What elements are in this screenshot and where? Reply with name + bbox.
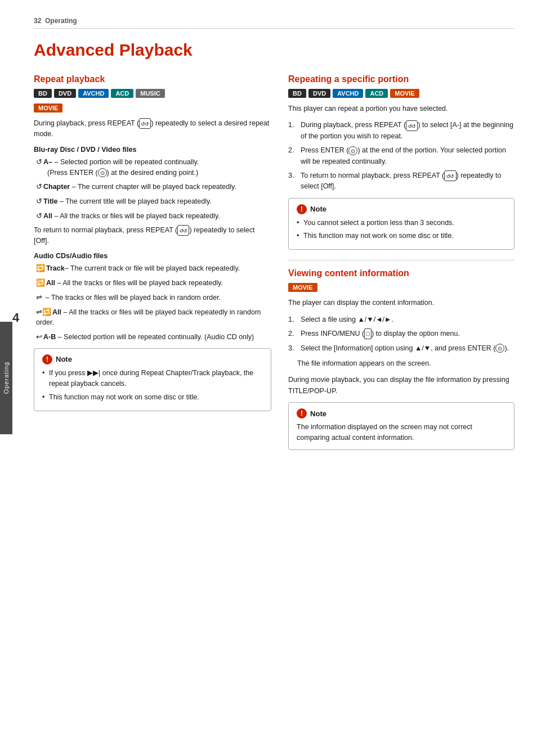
note-bullet-rep-1: You cannot select a portion less than 3 … [297,218,506,228]
subheading-audio: Audio CDs/Audio files [34,252,271,260]
note-body-viewing: The information displayed on the screen … [297,422,506,444]
step-3-repeat: 3. To return to normal playback, press R… [288,170,514,192]
note-icon-viewing: ! [297,408,307,418]
movie-playback-text: During movie playback, you can display t… [288,375,514,397]
repeat-intro: During playback, press REPEAT (↺↺) repea… [34,118,271,140]
subheading-bluray: Blu-ray Disc / DVD / Video files [34,146,271,154]
main-title: Advanced Playback [34,40,514,60]
section-repeating-title: Repeating a specific portion [288,74,514,84]
badge-music: MUSIC [136,89,164,98]
item-ab: ↩A-B – Selected portion will be repeated… [34,331,271,343]
page-header: 32 Operating [34,17,514,29]
note-icon-repeat: ! [42,354,52,364]
item-a-minus: ↺A– – Selected portion will be repeated … [34,156,271,178]
step-1-view: 1. Select a file using ▲/▼/◄/►. [288,314,514,325]
note-icon-repeating: ! [297,204,307,214]
repeat-playback-badges2: MOVIE [34,104,271,112]
note-box-repeating: ! Note You cannot select a portion less … [288,198,514,250]
viewing-intro: The player can display the content infor… [288,298,514,308]
badge-bd: BD [34,89,52,98]
repeating-badges: BD DVD AVCHD ACD MOVIE [288,89,514,98]
item-random: ⇌ – The tracks or files will be played b… [34,292,271,303]
step-3-view: 3. Select the [Information] option using… [288,343,514,354]
item-track: 🔁Track– The current track or file will b… [34,263,271,274]
badge-movie: MOVIE [34,104,62,112]
viewing-badges: MOVIE [288,283,514,292]
section-divider [288,260,514,260]
note-header-viewing: ! Note [297,408,506,418]
note-body-repeat: If you press ▶▶| once during Repeat Chap… [42,368,263,403]
badge-acd: ACD [111,89,133,98]
badge-avchd-2: AVCHD [333,89,363,98]
note-box-viewing: ! Note The information displayed on the … [288,402,514,450]
note-label-repeating: Note [310,205,326,213]
note-header-repeating: ! Note [297,204,506,214]
note-label-repeat: Note [56,355,72,363]
section-viewing-title: Viewing content information [288,268,514,278]
item-random-all: ⇌🔁All – All the tracks or files will be … [34,307,271,328]
right-column: Repeating a specific portion BD DVD AVCH… [288,74,514,457]
note-header-repeat: ! Note [42,354,263,364]
note-bullet-rep-2: This function may not work on some disc … [297,231,506,241]
item-all-audio: 🔁All – All the tracks or files will be p… [34,277,271,289]
item-title: ↺Title – The current title will be playe… [34,196,271,207]
page-number: 32 [34,17,41,25]
note-text-viewing: The information displayed on the screen … [297,422,506,444]
repeating-steps: 1. During playback, press REPEAT (↺↺) to… [288,120,514,192]
note-bullet-1: If you press ▶▶| once during Repeat Chap… [42,368,263,390]
badge-dvd-2: DVD [308,89,330,98]
header-chapter: Operating [45,17,77,25]
note-body-repeating: You cannot select a portion less than 3 … [297,218,506,242]
badge-avchd: AVCHD [78,89,109,98]
return-normal-text: To return to normal playback, press REPE… [34,225,271,247]
repeating-intro: This player can repeat a portion you hav… [288,104,514,114]
badge-movie-2: MOVIE [390,89,419,98]
badge-movie-3: MOVIE [288,283,317,292]
step-1-repeat: 1. During playback, press REPEAT (↺↺) to… [288,120,514,142]
badge-acd-2: ACD [365,89,388,98]
step-2-repeat: 2. Press ENTER (⊙) at the end of the por… [288,145,514,167]
viewing-steps: 1. Select a file using ▲/▼/◄/►. 2. Press… [288,314,514,354]
repeat-playback-badges: BD DVD AVCHD ACD MUSIC [34,89,271,98]
note-label-viewing: Note [310,410,326,418]
badge-dvd: DVD [54,89,76,98]
section-repeat-playback-title: Repeat playback [34,74,271,84]
badge-bd-2: BD [288,89,306,98]
file-info-text: The file information appears on the scre… [288,358,514,369]
note-box-repeat: ! Note If you press ▶▶| once during Repe… [34,348,271,411]
item-chapter: ↺Chapter – The current chapter will be p… [34,181,271,192]
item-all: ↺All – All the tracks or files will be p… [34,210,271,222]
left-column: Repeat playback BD DVD AVCHD ACD MUSIC M… [34,74,271,457]
note-bullet-2: This function may not work on some disc … [42,392,263,403]
step-2-view: 2. Press INFO/MENU (□) to display the op… [288,328,514,339]
